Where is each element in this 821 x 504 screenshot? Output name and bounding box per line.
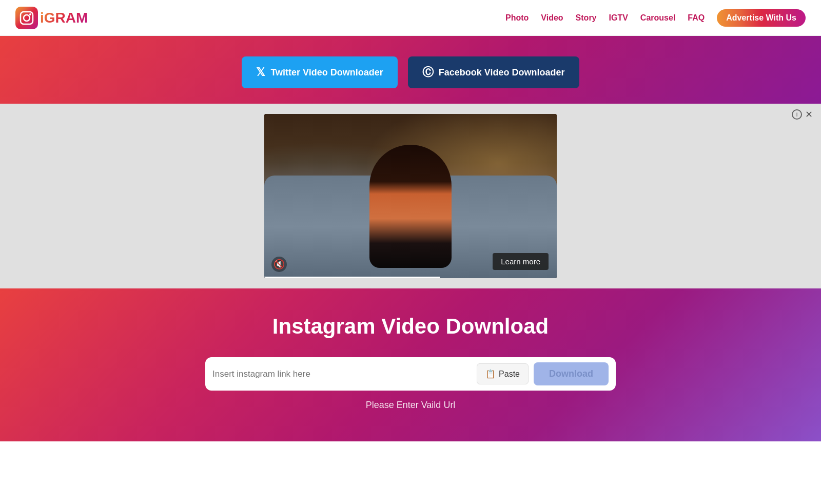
page-title: Instagram Video Download: [10, 314, 811, 339]
header: iGRAM Photo Video Story IGTV Carousel FA…: [0, 0, 821, 36]
promo-section: 𝕏 Twitter Video Downloader Ⓒ Facebook Vi…: [0, 36, 821, 104]
nav-advertise[interactable]: Advertise With Us: [717, 9, 806, 27]
twitter-icon: 𝕏: [256, 66, 265, 79]
twitter-btn-label: Twitter Video Downloader: [270, 67, 383, 78]
logo-text: iGRAM: [40, 10, 88, 26]
nav-video[interactable]: Video: [541, 13, 563, 23]
error-message: Please Enter Vaild Url: [10, 400, 811, 411]
ad-close-bar: i ✕: [792, 109, 813, 120]
facebook-downloader-button[interactable]: Ⓒ Facebook Video Downloader: [408, 56, 579, 88]
svg-point-2: [29, 13, 31, 15]
download-button[interactable]: Download: [534, 362, 609, 385]
mute-button[interactable]: 🔇: [271, 257, 287, 272]
facebook-icon: Ⓒ: [422, 65, 434, 80]
nav-story[interactable]: Story: [576, 13, 597, 23]
ad-section: i ✕ 🔇 Learn more: [0, 104, 821, 288]
nav-photo[interactable]: Photo: [505, 13, 529, 23]
person-silhouette: [369, 145, 452, 268]
learn-more-button[interactable]: Learn more: [493, 253, 549, 270]
nav: Photo Video Story IGTV Carousel FAQ Adve…: [505, 9, 806, 27]
nav-faq[interactable]: FAQ: [688, 13, 705, 23]
main-section: Instagram Video Download 📋 Paste Downloa…: [0, 288, 821, 441]
nav-carousel[interactable]: Carousel: [640, 13, 675, 23]
logo-icon: [15, 7, 38, 29]
ad-info-icon[interactable]: i: [792, 109, 802, 120]
paste-button[interactable]: 📋 Paste: [477, 363, 529, 384]
facebook-btn-label: Facebook Video Downloader: [439, 67, 565, 78]
ad-progress-bar: [264, 277, 440, 278]
nav-igtv[interactable]: IGTV: [609, 13, 628, 23]
paste-label: Paste: [499, 370, 520, 379]
logo[interactable]: iGRAM: [15, 7, 88, 29]
download-form: 📋 Paste Download: [205, 357, 616, 391]
ad-close-icon[interactable]: ✕: [805, 109, 813, 120]
svg-point-1: [24, 15, 30, 21]
ad-video: 🔇 Learn more: [264, 114, 557, 278]
paste-icon: 📋: [485, 369, 496, 379]
twitter-downloader-button[interactable]: 𝕏 Twitter Video Downloader: [242, 56, 397, 88]
url-input[interactable]: [212, 369, 472, 379]
